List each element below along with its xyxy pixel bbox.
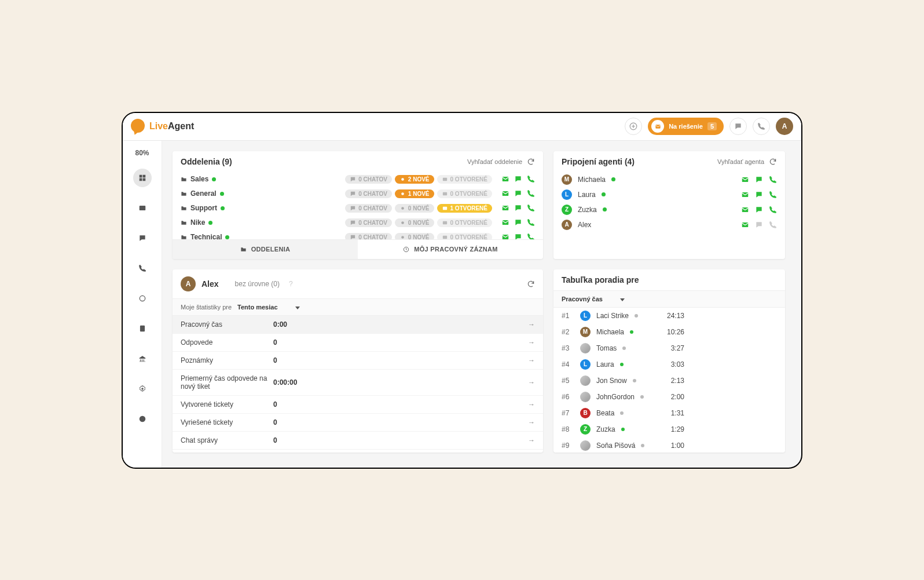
folder-icon	[181, 234, 187, 239]
agent-row[interactable]: A Alex	[553, 217, 785, 232]
phone-icon[interactable]	[527, 204, 535, 212]
sidebar-item-calls[interactable]	[133, 259, 152, 278]
phone-icon[interactable]	[527, 189, 535, 198]
sidebar-item-chats[interactable]	[133, 229, 152, 247]
mail-icon[interactable]	[741, 191, 749, 199]
open-badge[interactable]: 0 OTVORENÉ	[437, 218, 492, 227]
stats-row[interactable]: Chat správy 0 →	[173, 432, 543, 450]
mail-icon[interactable]	[501, 218, 509, 227]
new-badge[interactable]: 1 NOVÉ	[395, 189, 434, 198]
phone-icon[interactable]	[769, 191, 777, 199]
chat-badge[interactable]: 0 CHATOV	[345, 189, 392, 198]
sidebar-item-settings[interactable]	[133, 380, 152, 398]
stats-label: Vytvorené tickety	[181, 400, 273, 408]
refresh-icon[interactable]	[527, 158, 535, 166]
phone-icon[interactable]	[769, 206, 777, 214]
chat-status-button[interactable]	[729, 118, 747, 135]
to-solve-pill[interactable]: Na riešenie 5	[648, 118, 724, 135]
leaderboard-row[interactable]: #4 L Laura 3:03	[553, 356, 785, 373]
new-badge[interactable]: 0 NOVÉ	[395, 204, 434, 213]
chat-badge[interactable]: 0 CHATOV	[345, 233, 392, 239]
chat-icon[interactable]	[514, 218, 522, 227]
sidebar-item-tickets[interactable]	[133, 199, 152, 217]
chat-icon[interactable]	[514, 189, 522, 198]
app-window: LiveAgent Na riešenie 5 A	[122, 112, 802, 469]
mail-icon[interactable]	[501, 204, 509, 212]
open-badge[interactable]: 0 OTVORENÉ	[437, 175, 492, 184]
chat-badge[interactable]: 0 CHATOV	[345, 204, 392, 213]
open-badge[interactable]: 1 OTVORENÉ	[437, 204, 492, 213]
sidebar-item-reports[interactable]	[133, 349, 152, 368]
open-badge[interactable]: 0 OTVORENÉ	[437, 189, 492, 198]
leaderboard-row[interactable]: #2 M Michaela 10:26	[553, 324, 785, 340]
mail-icon[interactable]	[741, 176, 749, 184]
mail-icon[interactable]	[501, 175, 509, 183]
new-badge[interactable]: 0 NOVÉ	[395, 233, 434, 239]
user-avatar[interactable]: A	[776, 118, 793, 135]
chat-icon[interactable]	[514, 175, 522, 183]
department-row[interactable]: General 0 CHATOV 1 NOVÉ 0 OTVORENÉ	[181, 187, 535, 201]
chat-icon[interactable]	[755, 206, 763, 214]
mail-icon[interactable]	[741, 221, 749, 229]
stats-row[interactable]: Priemerný čas odpovede na nový tiket 0:0…	[173, 370, 543, 396]
sidebar-item-extensions[interactable]	[133, 410, 152, 428]
phone-icon[interactable]	[527, 218, 535, 227]
new-badge[interactable]: 2 NOVÉ	[395, 175, 434, 184]
add-button[interactable]	[625, 118, 642, 135]
stats-row[interactable]: Pracovný čas 0:00 →	[173, 316, 543, 334]
svg-rect-8	[140, 325, 144, 331]
department-row[interactable]: Nike 0 CHATOV 0 NOVÉ 0 OTVORENÉ	[181, 216, 535, 230]
stats-row[interactable]: Poznámky 0 →	[173, 352, 543, 370]
stats-label: Poznámky	[181, 356, 273, 364]
new-badge[interactable]: 0 NOVÉ	[395, 218, 434, 227]
stats-row[interactable]: Chaty 0 →	[173, 450, 543, 453]
chat-icon[interactable]	[514, 233, 522, 239]
leaderboard-row[interactable]: #3 Tomas 3:27	[553, 340, 785, 356]
chat-badge[interactable]: 0 CHATOV	[345, 218, 392, 227]
mail-icon[interactable]	[501, 189, 509, 198]
folder-icon	[181, 220, 187, 226]
departments-search[interactable]	[435, 158, 522, 165]
mail-icon[interactable]	[741, 206, 749, 214]
agent-row[interactable]: M Michaela	[553, 172, 785, 187]
tab-departments[interactable]: ODDELENIA	[173, 240, 358, 259]
help-icon[interactable]: ?	[289, 280, 293, 288]
tab-worklog[interactable]: MÔJ PRACOVNÝ ZÁZNAM	[358, 240, 543, 259]
leaderboard-row[interactable]: #6 JohnGordon 2:00	[553, 389, 785, 405]
department-row[interactable]: Technical 0 CHATOV 0 NOVÉ 0 OTVORENÉ	[181, 230, 535, 239]
phone-status-button[interactable]	[753, 118, 770, 135]
phone-icon[interactable]	[527, 175, 535, 183]
leaderboard-row[interactable]: #8 Z Zuzka 1:29	[553, 421, 785, 437]
chat-badge[interactable]: 0 CHATOV	[345, 175, 392, 184]
logo[interactable]: LiveAgent	[131, 119, 194, 134]
department-row[interactable]: Sales 0 CHATOV 2 NOVÉ 0 OTVORENÉ	[181, 172, 535, 187]
agent-row[interactable]: Z Zuzka	[553, 202, 785, 217]
chat-icon[interactable]	[514, 204, 522, 212]
chat-icon[interactable]	[755, 191, 763, 199]
leaderboard-row[interactable]: #1 L Laci Strike 24:13	[553, 308, 785, 324]
stats-row[interactable]: Vyriešené tickety 0 →	[173, 414, 543, 432]
leaderboard-row[interactable]: #7 B Beata 1:31	[553, 405, 785, 421]
phone-icon[interactable]	[769, 221, 777, 229]
leaderboard-row[interactable]: #5 Jon Snow 2:13	[553, 373, 785, 389]
refresh-icon[interactable]	[769, 158, 777, 166]
gear-icon	[138, 385, 146, 393]
sidebar-item-customers[interactable]	[133, 319, 152, 338]
leaderboard-filter-select[interactable]: Pracovný čas	[562, 296, 625, 302]
stats-row[interactable]: Vytvorené tickety 0 →	[173, 396, 543, 414]
chat-icon[interactable]	[755, 176, 763, 184]
phone-icon[interactable]	[527, 233, 535, 239]
stats-filter-select[interactable]: Tento mesiac	[237, 304, 300, 311]
agent-row[interactable]: L Laura	[553, 187, 785, 202]
refresh-icon[interactable]	[527, 280, 535, 288]
leaderboard-row[interactable]: #9 Soňa Pišová 1:00	[553, 437, 785, 453]
chat-icon[interactable]	[755, 221, 763, 229]
open-badge[interactable]: 0 OTVORENÉ	[437, 233, 492, 239]
mail-icon[interactable]	[501, 233, 509, 239]
sidebar-item-activity[interactable]	[133, 289, 152, 308]
stats-row[interactable]: Odpovede 0 →	[173, 334, 543, 352]
agents-search[interactable]	[677, 158, 764, 165]
phone-icon[interactable]	[769, 176, 777, 184]
sidebar-item-dashboard[interactable]	[133, 169, 152, 187]
department-row[interactable]: Support 0 CHATOV 0 NOVÉ 1 OTVORENÉ	[181, 201, 535, 216]
